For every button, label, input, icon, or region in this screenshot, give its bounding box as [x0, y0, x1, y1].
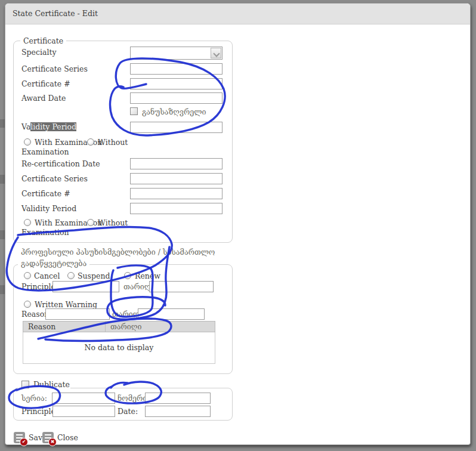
without-examination-label-wrap: Examination: [21, 147, 69, 156]
certificate-number-label: Certificate #: [21, 79, 70, 88]
indefinite-label: განუსაზღვრელი: [142, 107, 206, 116]
duplicate-date-label: Date:: [118, 407, 138, 416]
certificate-number2-input[interactable]: [130, 188, 222, 199]
principles-input[interactable]: [52, 281, 119, 292]
reason-table-header: Reason თარიღი: [23, 321, 215, 332]
validity-period2-input[interactable]: [130, 203, 222, 214]
background-row-band: [0, 230, 5, 239]
liability-legend-line2: გადაწყვეტილება: [18, 259, 89, 268]
chevron-down-icon: [213, 50, 220, 57]
certificate-series2-input[interactable]: [130, 173, 222, 184]
written-warning-radio[interactable]: [24, 301, 31, 308]
duplicate-date-input[interactable]: [145, 406, 211, 417]
renew-label: Renew: [135, 271, 160, 280]
suspend-radio[interactable]: [67, 272, 75, 279]
validity-period-input[interactable]: [130, 122, 222, 133]
validity-period2-label: Validity Period: [21, 204, 76, 213]
close-x-icon: ✖: [48, 438, 57, 446]
reason-table: Reason თარიღი No data to display: [23, 321, 215, 364]
indefinite-checkbox[interactable]: [130, 107, 138, 115]
without-examination2-label-wrap: Examination: [21, 228, 69, 237]
cancel-label: Cancel: [34, 271, 60, 280]
recertification-date-input[interactable]: [130, 158, 222, 169]
principles-date-input[interactable]: [149, 281, 214, 292]
cancel-radio[interactable]: [24, 272, 31, 279]
seria-input[interactable]: [52, 393, 115, 404]
specialty-label: Specialty: [21, 48, 57, 57]
validity-period-label: Validity Period: [21, 122, 76, 131]
close-button[interactable]: ✖ Close: [42, 430, 78, 445]
certificate-number2-label: Certificate #: [21, 189, 70, 198]
certificate-legend: Certificate: [20, 36, 66, 45]
with-examination2-radio[interactable]: [24, 219, 31, 226]
page-background: State Certificate - Edit Certificate Spe…: [0, 0, 476, 451]
liability-legend-line1: პროფესიული პასუხისმგებლობები / სასამართლ…: [21, 248, 215, 257]
dialog-title-bar[interactable]: State Certificate - Edit: [5, 4, 470, 24]
close-button-label: Close: [57, 433, 78, 442]
specialty-select[interactable]: [130, 47, 222, 60]
close-document-icon: ✖: [42, 432, 54, 443]
certificate-series-label: Certificate Series: [21, 64, 88, 73]
date-column-header[interactable]: თარიღი: [105, 322, 142, 332]
without-examination2-label: Without: [98, 218, 128, 227]
certificate-series2-label: Certificate Series: [21, 174, 88, 183]
recertification-date-label: Re-certification Date: [21, 159, 100, 168]
award-date-input[interactable]: [130, 92, 222, 104]
reason-input[interactable]: [45, 308, 110, 320]
award-date-label: Award Date: [21, 94, 66, 103]
without-examination2-radio[interactable]: [87, 219, 94, 226]
renew-radio[interactable]: [124, 272, 131, 279]
reason-column-header[interactable]: Reason: [28, 322, 55, 332]
without-examination-radio[interactable]: [87, 138, 94, 146]
without-examination-label: Without: [98, 138, 128, 147]
written-warning-label: Written Warning: [35, 300, 97, 309]
background-row-band: [0, 119, 5, 128]
duplicate-principles-input[interactable]: [52, 406, 115, 417]
dropdown-button[interactable]: [211, 48, 221, 58]
reason-table-body: No data to display: [23, 332, 215, 364]
save-check-icon: ✔: [20, 438, 28, 446]
background-row-band: [0, 285, 5, 294]
dialog-title: State Certificate - Edit: [13, 9, 98, 18]
certificate-series-input[interactable]: [130, 63, 222, 75]
with-examination-radio[interactable]: [24, 138, 31, 146]
suspend-label: Suspend: [78, 271, 110, 280]
duplicate-checkbox[interactable]: [21, 381, 29, 388]
seria-label: სერია:: [21, 394, 47, 403]
empty-table-message: No data to display: [23, 343, 215, 352]
background-row-band: [0, 175, 5, 184]
validity-label-selected-text: lidity Period: [30, 122, 76, 131]
certificate-number-input[interactable]: [130, 78, 222, 89]
duplicate-label: Dublicate: [33, 380, 70, 389]
save-document-icon: ✔: [14, 432, 25, 443]
nomeri-input[interactable]: [145, 393, 211, 404]
reason-date-input[interactable]: [138, 308, 205, 320]
validity-label-plain: Va: [21, 122, 30, 131]
